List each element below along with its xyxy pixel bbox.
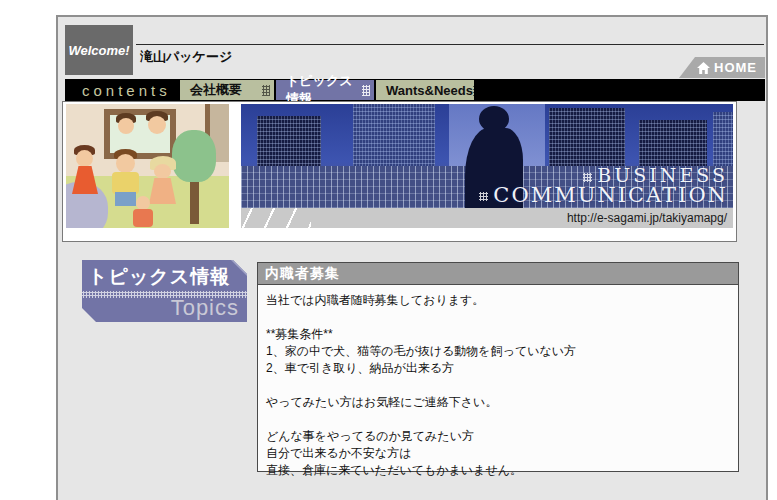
tree-top-shape — [172, 130, 216, 182]
figure-shirt-shape — [112, 172, 139, 194]
topics-subtitle: Topics — [171, 295, 239, 321]
site-title: 滝山パッケージ — [140, 48, 232, 66]
page-inner: Welcome! 滝山パッケージ HOME contents 会社概要 トピック… — [58, 17, 766, 500]
site-url-bar: http://e-sagami.jp/takiyamapg/ — [241, 208, 733, 228]
dot-square-icon — [479, 192, 488, 201]
home-button[interactable]: HOME — [679, 57, 765, 78]
dot-square-icon — [583, 173, 592, 182]
site-url: http://e-sagami.jp/takiyamapg/ — [567, 211, 727, 225]
figure-body-shape — [133, 209, 153, 227]
dotted-arrow-icon — [473, 85, 481, 96]
nav-bar: contents 会社概要 トピックス情報 Wants&Needs — [65, 79, 765, 101]
figure-head-shape — [154, 164, 171, 179]
tab-label: 会社概要 — [190, 81, 242, 99]
banner-caption: BUSINESS COMMUNICATION — [479, 166, 728, 206]
article-body: 当社では内職者随時募集しております。 **募集条件** 1、家の中で犬、猫等の毛… — [257, 285, 739, 472]
diagonal-stripes-decoration — [241, 208, 311, 228]
tab-wants-needs[interactable]: Wants&Needs — [376, 80, 474, 100]
article-title: 内職者募集 — [265, 265, 340, 283]
topics-heading-banner: トピックス情報 Topics — [82, 260, 247, 322]
contents-label: contents — [65, 79, 180, 101]
header-divider — [136, 44, 764, 45]
banner-panel: BUSINESS COMMUNICATION http://e-sagami.j… — [62, 101, 737, 242]
article-title-bar: 内職者募集 — [257, 262, 739, 285]
tab-label: Wants&Needs — [386, 83, 473, 98]
welcome-badge: Welcome! — [65, 25, 133, 75]
topics-title: トピックス情報 — [82, 260, 247, 290]
family-illustration-image — [66, 104, 229, 228]
figure-pants-shape — [115, 192, 136, 206]
figure-dress-shape — [72, 166, 98, 194]
dotted-arrow-icon — [262, 85, 270, 96]
welcome-text: Welcome! — [68, 43, 129, 58]
figure-head-shape — [118, 118, 134, 134]
home-icon — [697, 62, 710, 74]
banner-caption-line2: COMMUNICATION — [493, 183, 728, 207]
dotted-arrow-icon — [362, 85, 370, 96]
city-skyline-image: BUSINESS COMMUNICATION — [241, 104, 733, 208]
figure-head-shape — [136, 196, 150, 210]
figure-dress-shape — [149, 178, 176, 204]
tab-company-overview[interactable]: 会社概要 — [180, 80, 274, 100]
figure-head-shape — [148, 116, 166, 134]
figure-head-shape — [76, 150, 93, 167]
tab-topics-info[interactable]: トピックス情報 — [276, 80, 374, 100]
page-frame: Welcome! 滝山パッケージ HOME contents 会社概要 トピック… — [56, 15, 768, 500]
home-label: HOME — [714, 60, 757, 75]
figure-head-shape — [116, 154, 135, 173]
